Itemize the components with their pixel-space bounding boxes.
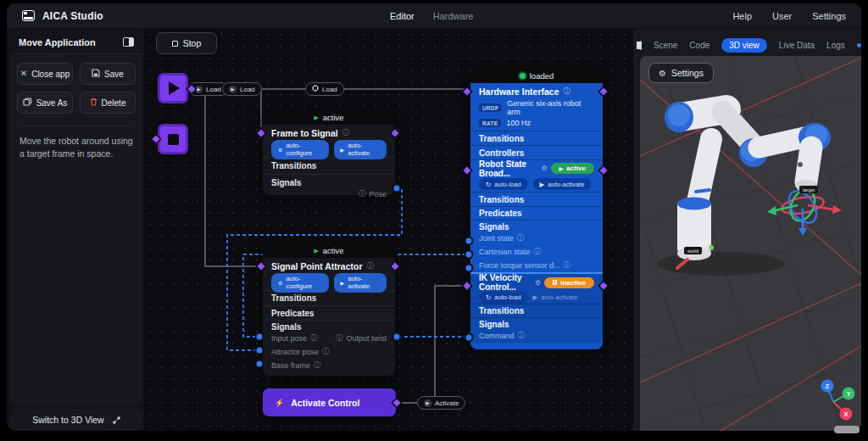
tab-live-data[interactable]: Live Data — [779, 41, 815, 50]
auto-load-toggle[interactable]: ↻auto-load — [479, 292, 528, 304]
active-play-icon: ▶ — [314, 248, 318, 254]
predicates-section[interactable]: Predicates — [263, 305, 395, 320]
signals-section[interactable]: Signals — [263, 320, 395, 332]
input-pose-signal[interactable]: Input poseⓘ ⓘOutput twist — [263, 332, 395, 345]
output-twist-signal: Output twist — [346, 334, 387, 343]
nav-tab-hardware[interactable]: Hardware — [433, 11, 474, 21]
controllers-section[interactable]: Controllers — [470, 145, 603, 159]
attractor-pose-signal[interactable]: Attractor poseⓘ — [263, 345, 395, 359]
ik-velocity-controller-row[interactable]: IK Velocity Control...⚙ inactive — [470, 274, 603, 291]
application-description: Move the robot around using a target fra… — [10, 126, 142, 169]
auto-configure-toggle[interactable]: ⚙auto-configure — [271, 273, 329, 293]
active-state-pill[interactable]: ▶active — [551, 163, 594, 174]
urdf-badge: URDF — [479, 103, 502, 112]
auto-activate-toggle[interactable]: ▶auto-activate — [533, 293, 578, 301]
transitions-section[interactable]: Transitions — [470, 192, 603, 206]
axis-x-label: X — [844, 411, 849, 417]
axis-y-label: Y — [847, 391, 851, 397]
graph-canvas[interactable]: Stop ▶Load ▶Load Load ▶Activate — [144, 29, 640, 431]
auto-configure-toggle[interactable]: ⚙auto-configure — [271, 140, 329, 159]
load-hardware-wire-label[interactable]: Load — [305, 82, 344, 96]
play-circle-icon: ▶ — [195, 86, 203, 93]
target-frame-label[interactable]: target — [799, 186, 818, 193]
node-title: Hardware Interface — [479, 87, 559, 97]
chip-icon — [312, 85, 319, 93]
transitions-section[interactable]: Transitions — [470, 131, 603, 145]
node-status: loaded — [470, 68, 603, 83]
gear-icon[interactable]: ⚙ — [542, 165, 548, 172]
live-indicator-dot — [857, 43, 861, 47]
stop-icon — [172, 41, 178, 47]
auto-activate-toggle[interactable]: ▶auto-activate — [334, 273, 387, 293]
collapse-panel-icon[interactable] — [640, 41, 642, 50]
play-circle-icon: ▶ — [424, 399, 431, 407]
inactive-state-pill[interactable]: inactive — [544, 277, 594, 288]
gear-icon[interactable]: ⚙ — [535, 279, 541, 287]
auto-activate-toggle[interactable]: ▶auto-activate — [533, 178, 592, 190]
active-play-icon: ▶ — [314, 114, 318, 121]
play-icon: ▶ — [540, 181, 545, 188]
aica-logo-icon — [22, 10, 35, 21]
play-circle-icon: ▶ — [229, 86, 236, 93]
rate-row: RATE 100 Hz — [470, 115, 603, 131]
application-panel: Move Application ✕ Close app Save Save A… — [10, 31, 142, 405]
info-icon[interactable]: ⓘ — [367, 261, 375, 271]
save-button[interactable]: Save — [80, 63, 136, 85]
gear-icon: ⚙ — [278, 280, 282, 286]
start-node[interactable] — [158, 73, 188, 103]
info-icon[interactable]: ⓘ — [564, 87, 571, 97]
transitions-section[interactable]: Transitions — [263, 290, 395, 305]
nav-tab-editor[interactable]: Editor — [390, 11, 415, 21]
reload-icon: ↻ — [486, 181, 491, 188]
right-panel: Scene Code 3D view Live Data Logs Live T… — [633, 29, 861, 431]
3d-viewport[interactable]: ⚙ Settings — [640, 56, 861, 431]
axis-z-label: Z — [826, 383, 830, 389]
joint-state-signal[interactable]: Joint stateⓘ — [470, 232, 603, 245]
activate-wire-label[interactable]: ▶Activate — [417, 396, 465, 410]
app-window: AICA Studio Editor Hardware Help User Se… — [7, 3, 861, 431]
activate-control-node[interactable]: ⚡ Activate Control — [263, 388, 396, 416]
nav-link-settings[interactable]: Settings — [812, 11, 846, 21]
tab-3d-view[interactable]: 3D view — [721, 38, 767, 53]
resize-handle[interactable] — [834, 426, 860, 433]
cartesian-state-signal[interactable]: Cartesian stateⓘ — [470, 245, 603, 259]
tab-scene[interactable]: Scene — [654, 41, 677, 50]
play-icon: ▶ — [341, 280, 345, 286]
viewport-settings-button[interactable]: ⚙ Settings — [648, 63, 714, 83]
auto-load-toggle[interactable]: ↻auto-load — [479, 178, 528, 190]
rate-badge: RATE — [479, 119, 501, 127]
command-signal[interactable]: Commandⓘ — [470, 329, 603, 343]
nav-link-help[interactable]: Help — [732, 11, 752, 21]
transitions-section[interactable]: Transitions — [263, 157, 395, 174]
stop-button[interactable]: Stop — [156, 32, 217, 54]
delete-button[interactable]: Delete — [80, 92, 136, 114]
collapse-panel-icon[interactable] — [123, 37, 134, 47]
tab-logs[interactable]: Logs — [826, 41, 845, 50]
close-app-button[interactable]: ✕ Close app — [17, 63, 73, 85]
gear-icon: ⚙ — [659, 69, 666, 78]
switch-to-3d-view-button[interactable]: Switch to 3D View — [10, 409, 142, 431]
signals-section[interactable]: Signals — [470, 317, 603, 329]
transitions-section[interactable]: Transitions — [470, 304, 603, 317]
base-frame-signal[interactable]: Base frameⓘ — [263, 359, 395, 372]
nav-link-user[interactable]: User — [772, 11, 792, 21]
tab-code[interactable]: Code — [689, 41, 709, 50]
trash-icon — [90, 98, 97, 108]
info-icon: ⓘ — [359, 189, 366, 199]
tab-live-table[interactable]: Live Table — [857, 41, 861, 50]
auto-activate-toggle[interactable]: ▶auto-activate — [334, 140, 387, 159]
force-torque-signal[interactable]: Force torque sensor d...ⓘ — [470, 259, 603, 272]
signals-section[interactable]: Signals — [263, 174, 395, 187]
signal-point-attractor-node[interactable]: ▶ active Signal Point Attractor ⓘ ⚙auto-… — [263, 243, 395, 376]
predicates-section[interactable]: Predicates — [470, 206, 603, 220]
signals-section[interactable]: Signals — [470, 220, 603, 232]
load-wire-label[interactable]: ▶Load — [222, 82, 262, 96]
hardware-interface-node[interactable]: loaded Hardware Interface ⓘ URDF Generic… — [470, 68, 603, 349]
frame-to-signal-node[interactable]: ▶ active Frame to Signal ⓘ ⚙auto-configu… — [263, 110, 395, 195]
pose-output-signal[interactable]: ⓘ Pose — [263, 187, 395, 201]
stop-node[interactable] — [158, 124, 188, 154]
info-icon[interactable]: ⓘ — [342, 128, 350, 138]
robot-state-broadcaster-row[interactable]: Robot State Broad...⚙ ▶active — [470, 159, 603, 176]
save-as-button[interactable]: Save As — [17, 92, 73, 114]
pause-icon — [553, 280, 557, 285]
